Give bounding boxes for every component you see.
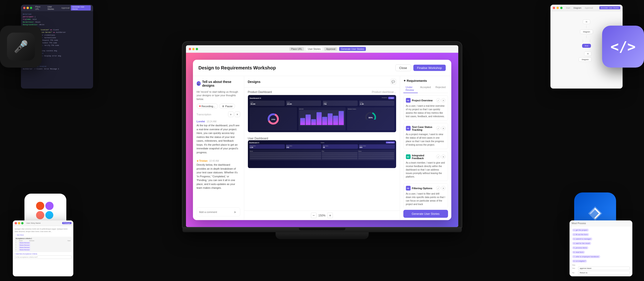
dot-green bbox=[30, 7, 32, 9]
design-item-2: User Dashboard Dashboard X Users + Add U… bbox=[248, 136, 396, 168]
accept-req-2[interactable]: ✓ bbox=[436, 126, 440, 130]
req-card-title-1: Project Overview bbox=[412, 99, 436, 102]
maximize-dot[interactable] bbox=[196, 48, 198, 50]
accept-req-1[interactable]: ✓ bbox=[436, 98, 440, 103]
zoom-controls: − 150% + bbox=[244, 211, 400, 220]
tab-approval[interactable]: Approval bbox=[324, 47, 337, 51]
expand-transcription-btn[interactable]: × bbox=[234, 112, 240, 117]
reject-req-4[interactable]: ✕ bbox=[441, 186, 446, 190]
transcript-text-1: At the top of the dashboard, you'll see … bbox=[197, 124, 240, 154]
reject-req-3[interactable]: ✕ bbox=[441, 155, 446, 159]
design-screenshot-1[interactable]: Dashboard X Analytics + Add bbox=[248, 95, 396, 132]
mock-revenue-chart: $240.8K bbox=[298, 107, 346, 130]
workshop-modal: Design to Requirements Workshop Close Fi… bbox=[193, 60, 451, 220]
generate-stories-main-btn[interactable]: Generate User Stories bbox=[403, 210, 448, 218]
mock-progress-chart: Website Visitors 80% bbox=[347, 107, 394, 130]
code-tab2: User Stories bbox=[48, 6, 58, 10]
accept-req-4[interactable]: ✓ bbox=[436, 186, 440, 190]
zoom-out-btn[interactable]: − bbox=[311, 213, 316, 218]
add-transcription-btn[interactable]: + bbox=[228, 112, 234, 117]
mock-dashboard-1: Dashboard X Analytics + Add bbox=[248, 95, 396, 132]
send-comment-btn[interactable]: ➤ bbox=[233, 209, 238, 215]
tab-under-review[interactable]: Under Review bbox=[403, 84, 418, 93]
add-criteria[interactable]: + Add New Acceptance Criteria bbox=[15, 253, 72, 255]
stat-2: Sales 23.6K bbox=[286, 101, 321, 106]
tab-rejected[interactable]: Rejected bbox=[433, 84, 448, 93]
reject-req-1[interactable]: ✕ bbox=[441, 98, 446, 103]
transcription-label: Transcription bbox=[197, 113, 211, 116]
close-dot[interactable] bbox=[189, 48, 191, 50]
req-card-header-3: BE Integrated Feedback ✓ ✕ bbox=[406, 154, 446, 160]
tab-user-stories[interactable]: User Stories bbox=[306, 47, 322, 51]
process-section-yes: Yes bbox=[572, 264, 630, 266]
svg-text:150k: 150k bbox=[271, 118, 275, 120]
tab-accepted[interactable]: Accepted bbox=[418, 84, 433, 93]
req-card-title-4: Filtering Options bbox=[412, 187, 436, 190]
req-tabs: Under Review Accepted Rejected bbox=[403, 84, 448, 93]
stat-3: Orders 756 bbox=[322, 101, 358, 106]
ud-logo: Dashboard X bbox=[249, 142, 259, 143]
chat-icon[interactable]: 💬 bbox=[390, 79, 396, 85]
minimize-dot[interactable] bbox=[192, 48, 194, 50]
dot-red bbox=[15, 222, 17, 224]
close-button[interactable]: Close bbox=[396, 65, 411, 71]
design-screenshot-2[interactable]: Dashboard X Users + Add User Total Users bbox=[248, 140, 396, 168]
process-badge-5: 5. process items bbox=[572, 246, 588, 249]
mic-icon: 🎤 bbox=[14, 40, 28, 53]
code-icon-app: </> bbox=[602, 26, 644, 68]
process-badge-3: 3. submit to manager bbox=[572, 237, 592, 240]
code-tab1: Place URL bbox=[35, 6, 44, 10]
reject-req-2[interactable]: ✕ bbox=[441, 126, 446, 130]
story-bar: User Story Name Prototype bbox=[13, 220, 73, 226]
req-card-4: FE Filtering Options ✓ ✕ As a user, I wa… bbox=[403, 183, 448, 208]
process-badge-2: 2. fill out the form bbox=[572, 233, 589, 236]
panel-right-header: ✦ Requirements Under Review Accepted Rej… bbox=[400, 76, 451, 93]
flow-line-2 bbox=[586, 36, 586, 38]
flow-tab1: Start bbox=[566, 7, 570, 9]
workshop-body: 🎤 Tell us about these designs Hit 'recor… bbox=[193, 76, 451, 220]
app-bar: Place URL User Stories Approval Generate… bbox=[186, 46, 458, 53]
flow-bar: Start Diagram Approval Annotate User Sto… bbox=[550, 5, 622, 11]
req-card-header-4: FE Filtering Options ✓ ✕ bbox=[406, 186, 446, 191]
comment-box: ➤ bbox=[197, 208, 240, 216]
transcript-entry-2: ⚙ Tristan 10:40 AM Directly below, the d… bbox=[197, 159, 240, 190]
code-line: participant { bbox=[23, 16, 91, 18]
svg-rect-3 bbox=[46, 202, 54, 210]
process-row-no: No Return to bbox=[572, 271, 630, 274]
generate-stories-flow[interactable]: Annotate User Stories bbox=[599, 6, 620, 9]
recording-button[interactable]: Recording... bbox=[197, 104, 218, 109]
design-sublabel-1: Product dashboar... bbox=[372, 90, 396, 94]
zoom-in-btn[interactable]: + bbox=[327, 213, 333, 218]
laptop-screen-outer: Place URL User Stories Approval Generate… bbox=[182, 42, 462, 227]
window-controls bbox=[189, 48, 198, 50]
req-badge-1: FE bbox=[406, 98, 410, 103]
ud-users: Users bbox=[321, 142, 324, 143]
finalise-button[interactable]: Finalise Workshop bbox=[413, 65, 446, 71]
req-card-text-2: As a project manager, I want to view the… bbox=[406, 133, 446, 147]
req-card-actions-2: ✓ ✕ bbox=[436, 126, 446, 130]
comment-input[interactable] bbox=[199, 211, 231, 213]
process-content: 1. get the project 2. fill out the form … bbox=[570, 226, 632, 276]
generate-btn-code[interactable]: Generate User Stories bbox=[71, 5, 91, 11]
see-more[interactable]: → See More bbox=[15, 234, 72, 236]
tab-place-url[interactable]: Place URL bbox=[289, 47, 304, 51]
process-badge-1: 1. get the project bbox=[572, 228, 589, 232]
criteria-row-4: 1 Button Remove bbox=[16, 246, 70, 248]
dot-yellow bbox=[26, 7, 29, 9]
process-item-5: 5. process items bbox=[572, 246, 630, 249]
design-item-header-1: Product Dashboard Product dashboar... bbox=[248, 90, 396, 95]
pause-button[interactable]: ⏸ Pause bbox=[219, 104, 235, 109]
req-card-title-3: Integrated Feedback bbox=[412, 154, 436, 160]
table-row-1 bbox=[250, 152, 394, 154]
generate-stories-btn-top[interactable]: Generate User Stories bbox=[339, 47, 366, 51]
transcript-time-1: 10:24 AM bbox=[207, 120, 216, 123]
pause-label: Pause bbox=[225, 105, 232, 108]
recording-label: Recording... bbox=[202, 105, 215, 108]
mock-dash-header: Dashboard X Analytics + Add bbox=[250, 97, 394, 99]
section-title: Tell us about these designs bbox=[202, 80, 240, 87]
dot-yellow bbox=[556, 7, 559, 9]
acceptance-note: Is the acceptance criteria met? bbox=[15, 255, 72, 259]
accept-req-3[interactable]: ✓ bbox=[436, 155, 440, 159]
acceptance-criteria: Acceptance criteria 1 1 Action Attribute… bbox=[15, 237, 72, 252]
flow-node-extra1: In bbox=[584, 52, 592, 56]
